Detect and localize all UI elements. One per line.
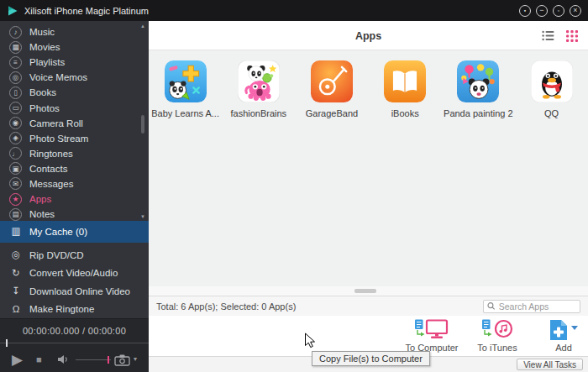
apps-icon: ★ [9,193,22,206]
contacts-icon: ▣ [9,162,22,175]
titlebar: Xilisoft iPhone Magic Platinum ▪ − ▫ × [0,0,588,21]
app-item-panda-painting[interactable]: Panda painting 2 [442,60,515,118]
sidebar-item-photos[interactable]: ▭ Photos [0,100,149,115]
playback-progress-bar[interactable] [0,343,149,343]
playback-progress-handle[interactable] [6,339,8,347]
sidebar-item-ringtones[interactable]: ♩ Ringtones [0,146,149,161]
volume-slider-handle[interactable] [108,356,109,364]
sidebar-scrollbar-thumb[interactable] [141,115,144,134]
list-view-button[interactable] [542,30,554,41]
sidebar-item-books[interactable]: ▯ Books [0,85,149,100]
sidebar-scroll-up-icon[interactable]: ▲ [140,24,145,29]
app-item-fashionbrains[interactable]: fashionBrains [222,60,295,118]
sidebar-item-music[interactable]: ♪ Music [0,24,149,39]
sidebar-item-movies[interactable]: ▦ Movies [0,39,149,55]
fashionbrains-app-icon [238,60,280,102]
sidebar-item-apps[interactable]: ★ Apps [0,191,149,207]
playlists-icon: ≡ [9,56,22,69]
search-icon [487,301,496,311]
sidebar-item-download-online-video[interactable]: ↧ Download Online Video [0,282,149,301]
movies-icon: ▦ [9,41,22,54]
convert-icon: ↻ [9,269,23,279]
maximize-button[interactable]: ▫ [553,5,564,17]
tool-label: Download Online Video [29,286,130,296]
to-computer-icon [414,319,449,341]
app-item-qq[interactable]: QQ [515,60,588,118]
to-computer-button[interactable]: To Computer [399,318,465,353]
ringtones-icon: ♩ [9,147,22,160]
sidebar-scroll-down-icon[interactable]: ▼ [140,214,145,219]
sidebar-item-label: Photo Stream [29,134,88,144]
tool-label: Convert Video/Audio [29,268,118,278]
sidebar-item-my-cache[interactable]: ▥ My Cache (0) [0,221,149,243]
cache-icon: ▥ [9,227,23,237]
sidebar-item-rip-dvd[interactable]: ◎ Rip DVD/CD [0,246,149,265]
download-icon: ↧ [9,286,23,296]
rip-dvd-icon: ◎ [9,250,23,260]
minimize-button[interactable]: − [536,5,548,17]
player-controls: ▶ ■ ▾ [0,347,149,372]
sidebar-item-make-ringtone[interactable]: Ω Make Ringtone [0,301,149,319]
messages-icon: ✉ [9,177,22,190]
camera-caret-icon[interactable]: ▾ [134,356,137,363]
sidebar-item-camera-roll[interactable]: ◉ Camera Roll [0,116,149,131]
horizontal-scrollbar-thumb[interactable] [354,289,376,293]
baby-learns-app-icon [165,60,207,102]
play-button[interactable]: ▶ [12,353,23,367]
panda-painting-app-icon [457,60,499,102]
sidebar-item-label: Ringtones [29,149,73,159]
app-name: Baby Learns A... [151,108,219,118]
sidebar-item-photo-stream[interactable]: ◈ Photo Stream [0,131,149,146]
sidebar-item-label: Apps [29,194,51,204]
sidebar-item-label: Notes [29,209,55,219]
app-name: iBooks [391,108,419,118]
to-itunes-button[interactable]: To iTunes [468,318,527,353]
photo-stream-icon: ◈ [9,132,22,144]
app-item-garageband[interactable]: GarageBand [295,60,368,118]
notes-icon: ▤ [9,208,22,221]
mini-player: 00:00:00.000 / 00:00:00 ▶ ■ [0,318,149,372]
grid-view-button[interactable] [566,30,578,42]
sidebar-item-playlists[interactable]: ≡ Playlists [0,55,149,70]
add-button[interactable]: Add [538,318,588,353]
minimize-to-tray-button[interactable]: ▪ [519,5,531,17]
sidebar-item-label: Playlists [29,57,65,67]
speaker-icon[interactable] [57,354,69,364]
sidebar-item-contacts[interactable]: ▣ Contacts [0,161,149,176]
app-name: fashionBrains [230,108,286,118]
close-button[interactable]: × [570,5,581,17]
app-item-baby-learns[interactable]: Baby Learns A... [149,60,222,118]
sidebar-item-label: Music [29,27,55,37]
sidebar-nav: ♪ Music ▦ Movies ≡ Playlists ◎ Voice Mem… [0,21,149,221]
action-toolbar: To Computer To iTu [149,316,588,356]
stop-button[interactable]: ■ [36,355,42,364]
music-icon: ♪ [9,26,22,39]
app-name: QQ [544,108,559,118]
page-title: Apps [149,30,588,42]
camera-roll-icon: ◉ [9,117,22,129]
my-cache-label: My Cache (0) [29,227,87,237]
tooltip: Copy File(s) to Computer [312,351,430,366]
tool-label: Make Ringtone [29,304,94,314]
app-item-ibooks[interactable]: iBooks [369,60,442,118]
sidebar: ♪ Music ▦ Movies ≡ Playlists ◎ Voice Mem… [0,21,149,372]
snapshot-camera-button[interactable] [114,354,130,366]
search-input[interactable] [499,301,576,312]
sidebar-item-convert-video-audio[interactable]: ↻ Convert Video/Audio [0,265,149,283]
garageband-app-icon [311,60,353,102]
sidebar-item-messages[interactable]: ✉ Messages [0,176,149,191]
photos-icon: ▭ [9,102,22,114]
selection-summary: Total: 6 App(s); Selected: 0 App(s) [156,301,296,312]
sidebar-item-voice-memos[interactable]: ◎ Voice Memos [0,70,149,85]
window-title: Xilisoft iPhone Magic Platinum [24,6,149,16]
ibooks-app-icon [384,60,426,102]
app-logo-icon [7,5,18,17]
window-controls: ▪ − ▫ × [519,5,581,17]
status-bar: Total: 6 App(s); Selected: 0 App(s) [149,296,588,316]
voice-memos-icon: ◎ [9,71,22,84]
mouse-cursor [304,333,317,348]
view-all-tasks-button[interactable]: View All Tasks [517,359,583,370]
volume-slider[interactable] [76,359,111,360]
sidebar-item-notes[interactable]: ▤ Notes [0,207,149,221]
search-box[interactable] [483,300,580,313]
